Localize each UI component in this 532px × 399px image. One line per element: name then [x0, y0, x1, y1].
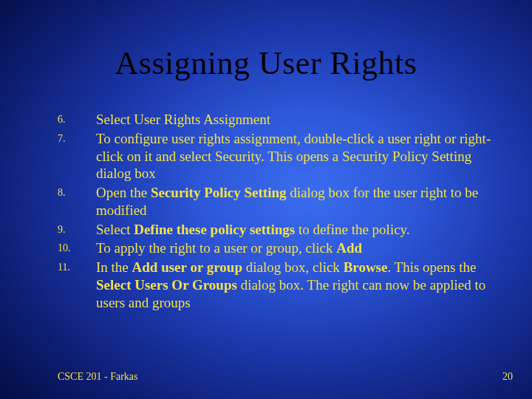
- item-text: In the Add user or group dialog box, cli…: [96, 259, 502, 311]
- item-number: 6.: [58, 111, 96, 126]
- list-item: 10. To apply the right to a user or grou…: [58, 239, 502, 257]
- footer-course: CSCE 201 - Farkas: [58, 371, 138, 383]
- list-item: 8. Open the Security Policy Setting dial…: [58, 184, 502, 219]
- item-number: 9.: [58, 221, 96, 236]
- item-number: 8.: [58, 184, 96, 199]
- list-item: 6. Select User Rights Assignment: [58, 111, 502, 129]
- item-text: Select User Rights Assignment: [96, 111, 270, 129]
- item-text: To apply the right to a user or group, c…: [96, 239, 362, 257]
- item-number: 11.: [58, 259, 96, 273]
- slide-title: Assigning User Rights: [0, 44, 532, 82]
- list-item: 11. In the Add user or group dialog box,…: [58, 259, 502, 311]
- numbered-list: 6. Select User Rights Assignment 7. To c…: [58, 111, 502, 313]
- item-number: 7.: [58, 130, 96, 145]
- footer-page-number: 20: [502, 371, 513, 383]
- item-text: Select Define these policy settings to d…: [96, 221, 410, 239]
- list-item: 7. To configure user rights assignment, …: [58, 130, 502, 183]
- item-number: 10.: [58, 239, 96, 254]
- list-item: 9. Select Define these policy settings t…: [58, 221, 502, 239]
- item-text: Open the Security Policy Setting dialog …: [96, 184, 502, 219]
- item-text: To configure user rights assignment, dou…: [96, 130, 502, 183]
